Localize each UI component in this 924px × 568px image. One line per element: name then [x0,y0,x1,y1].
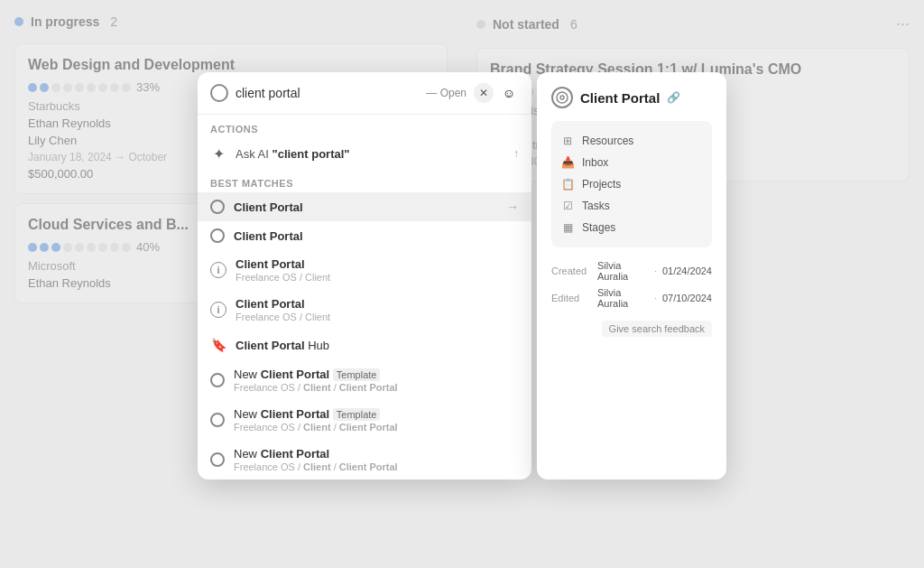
actions-section-label: Actions [198,115,531,138]
edited-date: 07/10/2024 [662,293,712,303]
close-button[interactable]: ✕ [474,83,494,103]
item-text-8: New Client Portal Freelance OS / Client … [234,447,519,472]
info-icon-3: i [210,262,226,278]
best-matches-section-label: Best matches [198,169,531,192]
created-value: Silvia Auralia [597,260,649,282]
client-portal-logo [551,87,573,108]
item-text-5: Client Portal Hub [236,339,519,352]
grid-icon: ⊞ [560,134,575,148]
item-text-7: New Client Portal Template Freelance OS … [234,407,519,433]
ask-ai-item[interactable]: ✦ Ask AI "client portal" ↑ [198,138,531,169]
circle-icon-7 [210,413,225,427]
nav-projects-label: Projects [582,178,621,191]
navigate-arrow-1: → [506,200,519,214]
search-result-5[interactable]: 🔖 Client Portal Hub [198,330,531,360]
item-text-4: Client Portal Freelance OS / Client [236,297,519,322]
search-modal-overlay: — Open ✕ ☺ Actions ✦ Ask AI "client port… [0,0,924,568]
item-text-1: Client Portal [234,200,497,214]
item-subtext-6: Freelance OS / Client / Client Portal [234,382,519,393]
search-actions: ✕ ☺ [474,83,519,103]
item-subtext-7: Freelance OS / Client / Client Portal [234,422,519,433]
up-arrow-icon: ↑ [513,147,519,160]
nav-inbox-label: Inbox [582,156,608,169]
nav-stages[interactable]: ▦ Stages [560,217,703,238]
item-text-3: Client Portal Freelance OS / Client [236,257,519,283]
search-input[interactable] [236,86,419,100]
created-date: 01/24/2024 [662,265,712,276]
ai-item-text: Ask AI "client portal" [236,147,504,161]
nav-tasks-label: Tasks [582,200,610,212]
detail-panel-title: Client Portal [580,90,660,106]
item-subtext-8: Freelance OS / Client / Client Portal [234,461,519,472]
stages-icon: ▦ [560,220,575,235]
edited-value: Silvia Auralia [597,287,649,309]
detail-header: Client Portal 🔗 [551,87,712,108]
search-result-6[interactable]: New Client Portal Template Freelance OS … [198,360,531,400]
bookmark-icon-5: 🔖 [210,337,226,353]
projects-icon: 📋 [560,177,575,191]
item-subtext-3: Freelance OS / Client [236,272,519,283]
search-result-7[interactable]: New Client Portal Template Freelance OS … [198,400,531,440]
created-row: Created Silvia Auralia · 01/24/2024 [551,260,712,282]
edited-label: Edited [551,293,592,303]
search-result-2[interactable]: Client Portal [198,221,531,250]
open-badge: — Open [426,87,467,99]
nav-projects[interactable]: 📋 Projects [560,173,703,195]
search-panel: — Open ✕ ☺ Actions ✦ Ask AI "client port… [198,72,531,480]
nav-resources-label: Resources [582,135,633,147]
circle-icon-8 [210,452,225,467]
feedback-button[interactable]: Give search feedback [602,321,712,337]
nav-inbox[interactable]: 📥 Inbox [560,152,703,173]
item-text-2: Client Portal [234,229,519,243]
search-result-3[interactable]: i Client Portal Freelance OS / Client [198,250,531,290]
search-input-row: — Open ✕ ☺ [198,72,531,115]
circle-icon-2 [210,228,225,243]
detail-nav: ⊞ Resources 📥 Inbox 📋 Projects ☑ Tasks ▦ [551,121,712,247]
circle-icon-6 [210,373,225,387]
sparkle-icon: ✦ [210,145,226,162]
created-label: Created [551,265,592,276]
item-subtext-4: Freelance OS / Client [236,312,519,322]
feedback-row: Give search feedback [551,320,712,337]
nav-tasks[interactable]: ☑ Tasks [560,195,703,217]
item-text-6: New Client Portal Template Freelance OS … [234,368,519,393]
detail-meta: Created Silvia Auralia · 01/24/2024 Edit… [551,260,712,309]
search-result-8[interactable]: New Client Portal Freelance OS / Client … [198,440,531,480]
circle-icon-1 [210,200,225,214]
search-circle-icon [210,84,228,102]
nav-stages-label: Stages [582,221,615,234]
svg-point-0 [557,92,568,103]
search-result-4[interactable]: i Client Portal Freelance OS / Client [198,290,531,330]
info-icon-4: i [210,302,226,318]
svg-point-1 [560,96,564,99]
link-icon[interactable]: 🔗 [667,91,680,104]
tasks-icon: ☑ [560,199,575,213]
edited-row: Edited Silvia Auralia · 07/10/2024 [551,287,712,309]
nav-resources[interactable]: ⊞ Resources [560,130,703,152]
search-result-1[interactable]: Client Portal → [198,192,531,221]
emoji-button[interactable]: ☺ [499,83,519,103]
inbox-icon: 📥 [560,155,575,170]
detail-panel: Client Portal 🔗 ⊞ Resources 📥 Inbox 📋 Pr… [537,72,726,480]
modal-container: — Open ✕ ☺ Actions ✦ Ask AI "client port… [198,72,726,480]
